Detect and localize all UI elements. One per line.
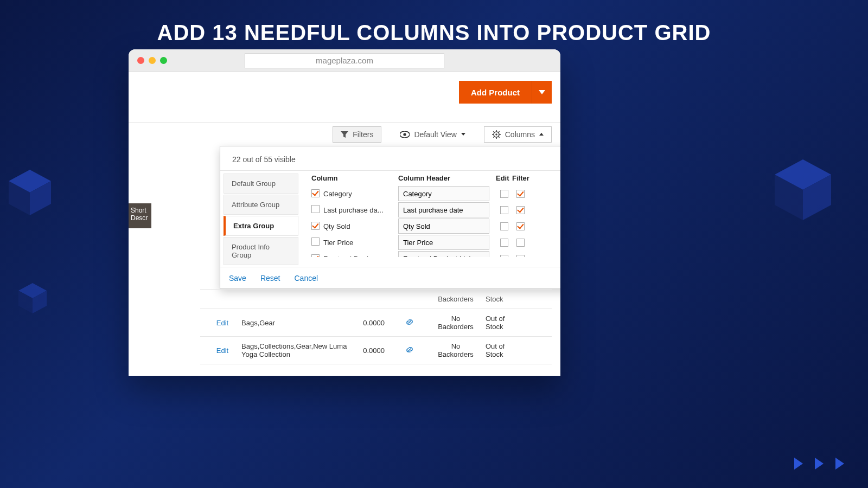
row-backorders: NoBackorders (426, 342, 486, 358)
columns-toggle-button[interactable]: Columns (484, 126, 552, 143)
edit-checkbox[interactable] (500, 222, 508, 230)
columns-label: Columns (505, 130, 535, 139)
columns-save-link[interactable]: Save (229, 274, 246, 282)
grid-head-stock: Stock (486, 295, 529, 303)
minimize-window-icon[interactable] (149, 57, 156, 64)
default-view-button[interactable]: Default View (392, 127, 473, 142)
visibility-checkbox[interactable] (311, 222, 320, 230)
row-frontend-link[interactable] (393, 346, 426, 355)
row-edit-link[interactable]: Edit (203, 346, 241, 355)
decorative-play-icons (794, 458, 844, 470)
column-group-attribute[interactable]: Attribute Group (224, 195, 298, 215)
visibility-checkbox[interactable] (311, 237, 320, 246)
columns-footer: Save Reset Cancel (220, 267, 560, 288)
svg-line-20 (498, 136, 499, 137)
visibility-checkbox[interactable] (311, 189, 320, 197)
gear-icon (492, 130, 501, 139)
column-groups: Default Group Attribute Group Extra Grou… (220, 171, 302, 257)
columns-table: Column Column Header Edit Filter Categor… (302, 171, 560, 257)
column-group-default[interactable]: Default Group (224, 174, 298, 194)
column-name: Frontend Produc... (323, 255, 398, 258)
column-group-extra[interactable]: Extra Group (224, 216, 298, 236)
visibility-checkbox[interactable] (311, 205, 320, 213)
filter-checkbox[interactable] (516, 190, 525, 198)
play-icon (815, 458, 824, 470)
filter-checkbox[interactable] (516, 239, 525, 247)
play-icon (835, 458, 844, 470)
row-stock: Out ofStock (486, 314, 529, 331)
row-categories: Bags,Collections,Gear,New Luma Yoga Coll… (241, 342, 350, 358)
app-stage: Add Product Filters Default View Columns (129, 72, 560, 376)
caret-down-icon (461, 133, 465, 136)
grid-column-header-short-description: Short Descr (129, 203, 151, 228)
edit-checkbox[interactable] (500, 239, 508, 247)
grid-toolbar: Filters Default View Columns (129, 122, 560, 146)
svg-line-22 (493, 136, 494, 137)
row-edit-link[interactable]: Edit (203, 319, 241, 327)
column-row: Tier Price (311, 234, 560, 251)
column-header-input[interactable] (398, 202, 489, 217)
column-header-input[interactable] (398, 235, 489, 250)
columns-reset-link[interactable]: Reset (260, 274, 280, 282)
grid-row: Edit Bags,Collections,Gear,New Luma Yoga… (200, 337, 552, 364)
column-row: Last purchase da... (311, 202, 560, 218)
column-name: Last purchase da... (323, 206, 398, 214)
filter-checkbox[interactable] (516, 206, 525, 214)
filters-button[interactable]: Filters (333, 126, 381, 143)
visibility-checkbox[interactable] (311, 254, 320, 257)
traffic-lights (137, 57, 167, 64)
header-actions: Add Product (459, 81, 552, 104)
columns-visible-summary: 22 out of 55 visible (220, 146, 560, 170)
th-filter: Filter (512, 174, 534, 182)
page-headline: ADD 13 NEEDFUL COLUMNS INTO PRODUCT GRID (0, 0, 868, 45)
eye-icon (400, 131, 410, 138)
column-group-product-info[interactable]: Product Info Group (224, 237, 298, 265)
svg-point-12 (404, 133, 406, 136)
row-qty: 0.0000 (350, 346, 393, 355)
grid-head-backorders: Backorders (426, 295, 486, 303)
edit-checkbox[interactable] (500, 255, 508, 258)
edit-checkbox[interactable] (500, 190, 508, 198)
columns-body: Default Group Attribute Group Extra Grou… (220, 170, 560, 257)
close-window-icon[interactable] (137, 57, 144, 64)
maximize-window-icon[interactable] (160, 57, 167, 64)
row-categories: Bags,Gear (241, 319, 350, 327)
columns-table-head: Column Column Header Edit Filter (311, 174, 560, 185)
link-icon (406, 318, 413, 326)
column-header-input[interactable] (398, 186, 489, 201)
svg-line-19 (493, 131, 494, 132)
th-column-header: Column Header (398, 174, 496, 182)
column-name: Qty Sold (323, 222, 398, 230)
th-edit: Edit (496, 174, 512, 182)
grid-head-row: Backorders Stock (200, 290, 552, 309)
filter-checkbox[interactable] (516, 255, 525, 258)
default-view-label: Default View (414, 130, 456, 139)
column-header-input[interactable] (398, 219, 489, 234)
grid-row: Edit Bags,Gear 0.0000 NoBackorders Out o… (200, 309, 552, 337)
add-product-dropdown[interactable] (532, 81, 552, 104)
product-grid: Backorders Stock Edit Bags,Gear 0.0000 N… (200, 289, 552, 364)
caret-up-icon (539, 133, 544, 136)
row-frontend-link[interactable] (393, 318, 426, 328)
svg-marker-9 (539, 90, 545, 94)
link-icon (406, 346, 413, 354)
column-row: Frontend Produc... (311, 251, 560, 257)
filter-checkbox[interactable] (516, 222, 525, 230)
svg-line-21 (498, 131, 499, 132)
svg-point-14 (495, 133, 497, 136)
url-bar[interactable]: mageplaza.com (245, 53, 444, 68)
add-product-button[interactable]: Add Product (459, 81, 532, 104)
edit-checkbox[interactable] (500, 206, 508, 214)
columns-dropdown: 22 out of 55 visible Default Group Attri… (220, 146, 560, 289)
filters-label: Filters (353, 130, 373, 139)
column-header-input[interactable] (398, 251, 489, 257)
funnel-icon (341, 131, 348, 138)
play-icon (794, 458, 803, 470)
svg-marker-10 (341, 131, 348, 138)
row-stock: Out ofStock (486, 342, 529, 358)
row-backorders: NoBackorders (426, 314, 486, 331)
column-name: Tier Price (323, 239, 398, 247)
columns-cancel-link[interactable]: Cancel (295, 274, 318, 282)
th-column: Column (311, 174, 398, 182)
caret-down-icon (539, 90, 545, 94)
